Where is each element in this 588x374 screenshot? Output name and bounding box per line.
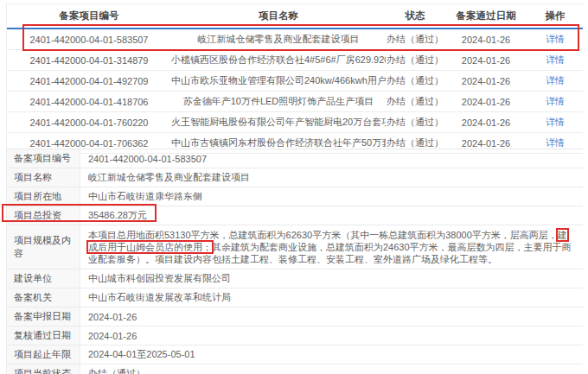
- table-header: 备案项目编号 项目名称 状态 备案通过日期 操作: [7, 4, 583, 29]
- detail-value: 办结（通过）: [80, 364, 583, 374]
- status-badge: 办结（通过）: [386, 95, 444, 108]
- detail-row-investment: 项目总投资 35486.28万元: [7, 206, 583, 225]
- detail-value: 中山城市科创园投资发展有限公司: [80, 269, 583, 288]
- detail-row-duration: 项目起止年限 2024-04-01至2025-05-01: [7, 345, 583, 364]
- cell-approval-date: 2024-01-26: [444, 35, 527, 45]
- cell-project-name: 苏金德年产10万件LED照明灯饰产品生产项目: [171, 95, 386, 108]
- detail-label: 项目总投资: [7, 206, 80, 225]
- table-row: 2401-442000-04-01-314879 小榄镇西区股份合作经济联合社4…: [7, 50, 583, 71]
- detail-row-declare-date: 备案申报日期 2024-01-26: [7, 307, 583, 326]
- detail-row-name: 项目名称 岐江新城仓储零售及商业配套建设项目: [7, 168, 583, 187]
- detail-value: 岐江新城仓储零售及商业配套建设项目: [80, 168, 583, 187]
- detail-value: 2024-01-26: [80, 326, 583, 345]
- detail-label: 建设单位: [7, 269, 80, 288]
- detail-label: 备案项目编号: [7, 149, 80, 168]
- detail-label: 项目规模及内容: [7, 225, 80, 269]
- detail-value: 35486.28万元: [80, 206, 583, 225]
- cell-approval-date: 2024-01-26: [444, 97, 527, 107]
- detail-row-scale-content: 项目规模及内容 本项目总用地面积53130平方米，总建筑面积为62630平方米（…: [7, 225, 583, 269]
- detail-value: 中山市石岐街道康华路东侧: [80, 187, 583, 206]
- detail-label: 备案机关: [7, 288, 80, 307]
- detail-label: 项目所在地: [7, 187, 80, 206]
- cell-approval-date: 2024-01-26: [444, 117, 527, 128]
- cell-approval-date: 2024-01-26: [444, 55, 527, 66]
- table-row: 2401-442000-04-01-418706 苏金德年产10万件LED照明灯…: [7, 92, 583, 112]
- detail-link[interactable]: 详情: [546, 34, 565, 44]
- detail-value: 本项目总用地面积53130平方米，总建筑面积为62630平方米（其中一栋总建筑面…: [80, 225, 583, 269]
- column-header-date: 备案通过日期: [444, 10, 527, 22]
- cell-project-code: 2401-442000-04-01-706362: [7, 138, 171, 149]
- detail-label: 项目起止年限: [7, 345, 80, 364]
- column-header-code: 备案项目编号: [7, 10, 171, 22]
- cell-project-name: 中山市欧乐亚物业管理有限公司240kw/466kwh用户侧储能项目: [171, 74, 386, 87]
- status-badge: 办结（通过）: [386, 74, 444, 87]
- scale-text-before: 本项目总用地面积53130平方米，总建筑面积为62630平方米（其中一栋总建筑面…: [88, 230, 558, 240]
- cell-project-code: 2401-442000-04-01-418706: [7, 97, 171, 107]
- cell-project-name: 岐江新城仓储零售及商业配套建设项目: [171, 33, 386, 46]
- cell-project-code: 2401-442000-04-01-314879: [7, 55, 171, 66]
- detail-row-authority: 备案机关 中山市石岐街道发展改革和统计局: [7, 288, 583, 307]
- filing-records-page: 备案项目编号 项目名称 状态 备案通过日期 操作 2401-442000-04-…: [0, 0, 588, 374]
- detail-value: 2024-01-26: [80, 307, 583, 326]
- detail-link[interactable]: 详情: [546, 54, 565, 65]
- cell-project-name: 小榄镇西区股份合作经济联合社4#5#6#厂房629.920KW分布式: [171, 54, 386, 67]
- column-header-action: 操作: [527, 10, 583, 22]
- status-badge: 办结（通过）: [386, 54, 444, 67]
- detail-link[interactable]: 详情: [546, 137, 565, 148]
- detail-label: 复核通过日期: [7, 326, 80, 345]
- detail-row-code: 备案项目编号 2401-442000-04-01-583507: [7, 149, 583, 168]
- detail-link[interactable]: 详情: [546, 117, 565, 127]
- detail-link[interactable]: 详情: [546, 96, 565, 106]
- table-row: 2401-442000-04-01-583507 岐江新城仓储零售及商业配套建设…: [7, 29, 583, 50]
- cell-approval-date: 2024-01-26: [444, 138, 527, 149]
- detail-link[interactable]: 详情: [546, 75, 565, 86]
- detail-label: 项目名称: [7, 168, 80, 187]
- cell-project-name: 火王智能厨电股份有限公司年产智能厨电20万台套项目: [171, 116, 386, 129]
- detail-row-current-status: 项目当前状态 办结（通过）: [7, 364, 583, 374]
- cell-project-name: 中山市古镇镇冈东村股份合作经济联合社年产50万套灯饰照明产: [171, 136, 386, 149]
- detail-value: 2401-442000-04-01-583507: [80, 149, 583, 168]
- cell-project-code: 2401-442000-04-01-760220: [7, 117, 171, 128]
- project-list-table: 备案项目编号 项目名称 状态 备案通过日期 操作 2401-442000-04-…: [6, 3, 583, 154]
- status-badge: 办结（通过）: [386, 136, 444, 149]
- cell-project-code: 2401-442000-04-01-583507: [7, 35, 171, 45]
- column-header-status: 状态: [386, 10, 444, 22]
- detail-row-review-date: 复核通过日期 2024-01-26: [7, 326, 583, 345]
- project-detail-table: 备案项目编号 2401-442000-04-01-583507 项目名称 岐江新…: [6, 149, 583, 374]
- column-header-name: 项目名称: [171, 10, 386, 22]
- cell-project-code: 2401-442000-04-01-492709: [7, 76, 171, 86]
- status-badge: 办结（通过）: [386, 33, 444, 46]
- detail-value: 中山市石岐街道发展改革和统计局: [80, 288, 583, 307]
- cell-approval-date: 2024-01-26: [444, 76, 527, 86]
- detail-row-builder: 建设单位 中山城市科创园投资发展有限公司: [7, 269, 583, 288]
- status-badge: 办结（通过）: [386, 116, 444, 129]
- detail-label: 备案申报日期: [7, 307, 80, 326]
- table-row: 2401-442000-04-01-760220 火王智能厨电股份有限公司年产智…: [7, 112, 583, 133]
- table-row: 2401-442000-04-01-492709 中山市欧乐亚物业管理有限公司2…: [7, 71, 583, 92]
- detail-value: 2024-04-01至2025-05-01: [80, 345, 583, 364]
- detail-row-location: 项目所在地 中山市石岐街道康华路东侧: [7, 187, 583, 206]
- detail-label: 项目当前状态: [7, 364, 80, 374]
